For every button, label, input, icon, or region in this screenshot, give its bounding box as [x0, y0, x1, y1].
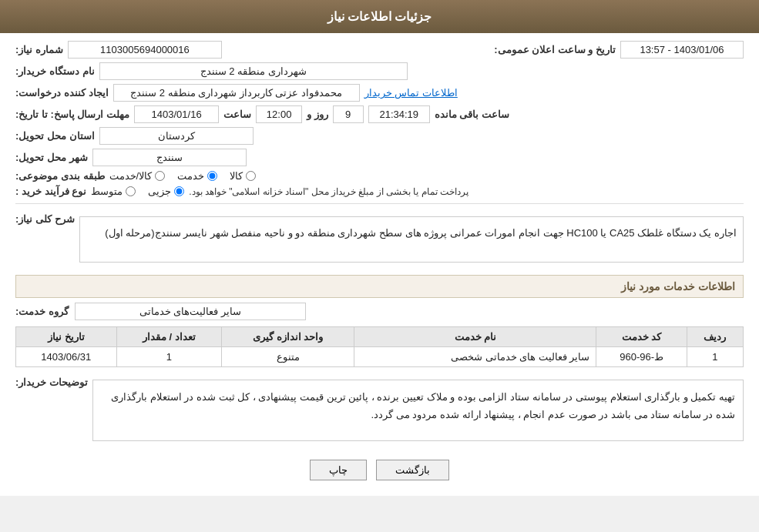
province-row: استان محل تحویل: کردستان — [15, 127, 744, 145]
date-value: 1403/01/06 - 13:57 — [620, 41, 744, 59]
need-description: اجاره یک دستگاه غلطک CA25 یا HC100 جهت ا… — [79, 216, 744, 263]
radio-kala-input[interactable] — [246, 171, 256, 181]
province-label: استان محل تحویل: — [15, 130, 95, 142]
creator-label: ایجاد کننده درخواست: — [15, 87, 109, 99]
radio-motavasat: متوسط — [91, 186, 136, 197]
radio-kala-khadamat: کالا/خدمت — [109, 170, 166, 182]
radio-motavasat-input[interactable] — [126, 186, 136, 196]
page-wrapper: جزئیات اطلاعات نیاز شماره نیاز: 11030056… — [0, 0, 759, 496]
services-section-header: اطلاعات خدمات مورد نیاز — [15, 275, 744, 298]
creator-value: محمدفواد عزتی کاربرداز شهرداری منطقه 2 س… — [113, 84, 360, 102]
service-group-row: گروه خدمت: سایر فعالیت‌های خدماتی — [15, 303, 744, 320]
deadline-row: مهلت ارسال پاسخ: تا تاریخ: 1403/01/16 سا… — [15, 105, 744, 123]
city-value: سنندج — [92, 149, 247, 166]
deadline-day-label: روز و — [307, 109, 328, 120]
radio-kala: کالا — [230, 170, 256, 182]
services-table: ردیف کد خدمت نام خدمت واحد اندازه گیری ت… — [15, 326, 744, 367]
radio-kala-khadamat-input[interactable] — [155, 171, 165, 181]
radio-jazii-input[interactable] — [174, 186, 184, 196]
button-row: چاپ بازگشت — [15, 460, 744, 480]
province-value: کردستان — [99, 127, 254, 145]
table-head: ردیف کد خدمت نام خدمت واحد اندازه گیری ت… — [16, 327, 744, 347]
radio-khadamat-label: خدمت — [177, 170, 204, 182]
col-row: ردیف — [687, 327, 743, 347]
creator-row: ایجاد کننده درخواست: محمدفواد عزتی کاربر… — [15, 84, 744, 102]
notes-value: تهیه تکمیل و بارگذاری استعلام پیوستی در … — [92, 380, 744, 441]
category-row: طبقه بندی موضوعی: کالا/خدمت خدمت کالا — [15, 170, 744, 182]
radio-jazii-label: جزیی — [148, 186, 171, 197]
process-label: نوع فرآیند خرید : — [15, 186, 86, 197]
city-label: شهر محل تحویل: — [15, 152, 88, 163]
buyer-name-row: نام دستگاه خریدار: شهرداری منطقه 2 سنندج — [15, 62, 744, 80]
table-body: 1ط-96-960سایر فعالیت های خدماتی شخصیمتنو… — [16, 347, 744, 367]
category-label: طبقه بندی موضوعی: — [15, 170, 105, 182]
deadline-days: 9 — [333, 105, 364, 123]
radio-jazii: جزیی — [148, 186, 184, 197]
notes-row: توضیحات خریدار: تهیه تکمیل و بارگذاری اس… — [15, 373, 744, 447]
deadline-date: 1403/01/16 — [134, 105, 219, 123]
deadline-time-label: ساعت — [223, 109, 251, 120]
need-number-value: 1103005694000016 — [68, 41, 222, 59]
deadline-remaining-label: ساعت باقی مانده — [435, 109, 509, 120]
radio-khadamat-input[interactable] — [207, 171, 217, 181]
process-radio-group: متوسط جزیی — [91, 186, 184, 197]
need-number-label: شماره نیاز: — [15, 44, 63, 55]
need-desc-section: شرح کلی نیاز: اجاره یک دستگاه غلطک CA25 … — [15, 210, 744, 269]
need-desc-label: شرح کلی نیاز: — [15, 210, 75, 225]
deadline-time: 12:00 — [256, 105, 302, 123]
need-number-row: شماره نیاز: 1103005694000016 تاریخ و ساع… — [15, 41, 744, 59]
print-button[interactable]: چاپ — [310, 460, 367, 480]
table-header-row: ردیف کد خدمت نام خدمت واحد اندازه گیری ت… — [16, 327, 744, 347]
city-row: شهر محل تحویل: سنندج — [15, 149, 744, 166]
col-code: کد خدمت — [596, 327, 687, 347]
deadline-remaining: 21:34:19 — [368, 105, 430, 123]
radio-kala-khadamat-label: کالا/خدمت — [109, 170, 153, 182]
process-note: پرداخت تمام یا بخشی از مبلغ خریداز محل "… — [189, 186, 468, 197]
page-content: شماره نیاز: 1103005694000016 تاریخ و ساع… — [0, 33, 759, 496]
date-label: تاریخ و ساعت اعلان عمومی: — [494, 44, 616, 55]
col-name: نام خدمت — [354, 327, 596, 347]
deadline-label: مهلت ارسال پاسخ: تا تاریخ: — [15, 109, 129, 120]
service-group-label: گروه خدمت: — [15, 306, 69, 317]
divider-1 — [15, 203, 744, 204]
page-header: جزئیات اطلاعات نیاز — [0, 0, 759, 33]
col-unit: واحد اندازه گیری — [222, 327, 354, 347]
table-row: 1ط-96-960سایر فعالیت های خدماتی شخصیمتنو… — [16, 347, 744, 367]
col-qty: تعداد / مقدار — [116, 327, 222, 347]
page-title: جزئیات اطلاعات نیاز — [327, 10, 432, 23]
back-button[interactable]: بازگشت — [376, 460, 449, 480]
radio-khadamat: خدمت — [177, 170, 217, 182]
radio-motavasat-label: متوسط — [91, 186, 123, 197]
buyer-name-label: نام دستگاه خریدار: — [15, 65, 95, 77]
contact-link[interactable]: اطلاعات تماس خریدار — [364, 87, 458, 99]
process-row: نوع فرآیند خرید : متوسط جزیی پرداخت تمام… — [15, 186, 744, 197]
radio-kala-label: کالا — [230, 170, 243, 182]
buyer-name-value: شهرداری منطقه 2 سنندج — [99, 62, 408, 80]
category-radio-group: کالا/خدمت خدمت کالا — [109, 170, 257, 182]
col-date: تاریخ نیاز — [16, 327, 117, 347]
service-group-value: سایر فعالیت‌های خدماتی — [75, 303, 306, 320]
notes-label: توضیحات خریدار: — [15, 373, 88, 388]
